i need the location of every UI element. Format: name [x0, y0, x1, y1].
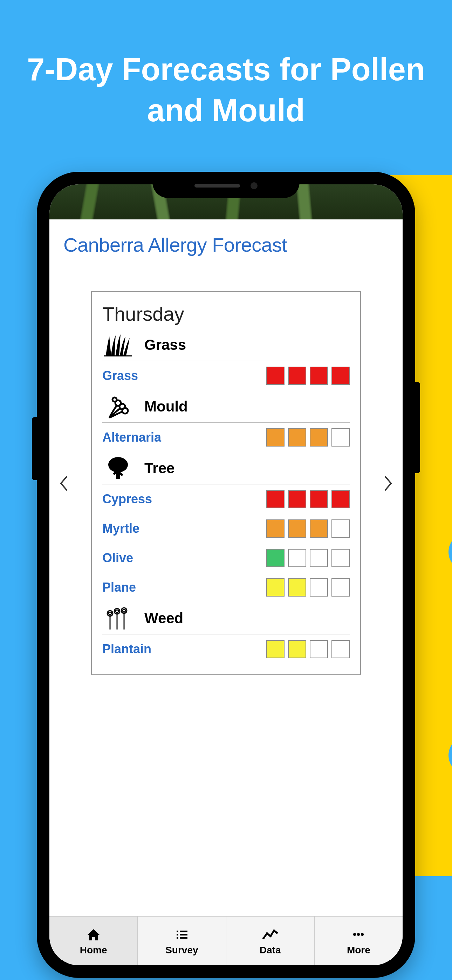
tab-home[interactable]: Home [49, 916, 138, 965]
allergen-row: Plane [102, 573, 350, 602]
svg-point-3 [113, 398, 117, 402]
level-indicator [266, 578, 350, 597]
forecast-card: Thursday GrassGrassMouldAlternariaTreeCy… [91, 291, 361, 675]
day-label: Thursday [102, 302, 350, 325]
level-box [331, 578, 350, 597]
list-icon [175, 926, 189, 942]
tree-icon [102, 455, 134, 481]
svg-point-19 [266, 932, 268, 934]
promo-title: 7-Day Forecasts for Pollen and Mould [0, 49, 452, 131]
svg-rect-14 [177, 934, 178, 935]
svg-point-2 [122, 408, 128, 414]
svg-point-7 [108, 612, 111, 615]
svg-rect-17 [180, 937, 188, 939]
more-icon [351, 926, 366, 942]
tab-label: Data [259, 945, 281, 956]
category-header: Tree [102, 452, 350, 484]
allergen-name[interactable]: Myrtle [102, 521, 140, 536]
level-box [266, 578, 285, 597]
svg-rect-15 [180, 934, 188, 935]
level-indicator [266, 640, 350, 658]
level-box [266, 549, 285, 567]
level-indicator [266, 519, 350, 538]
category-label: Tree [144, 460, 175, 477]
svg-point-22 [276, 932, 278, 934]
tab-survey[interactable]: Survey [138, 916, 226, 965]
level-box [310, 519, 328, 538]
level-box [288, 549, 306, 567]
level-box [310, 640, 328, 658]
level-box [331, 490, 350, 508]
level-indicator [266, 428, 350, 447]
svg-rect-16 [177, 937, 178, 939]
tab-label: More [347, 945, 370, 956]
level-box [310, 490, 328, 508]
category-label: Grass [144, 336, 186, 353]
allergen-row: Plantain [102, 635, 350, 664]
page-title: Canberra Allergy Forecast [64, 234, 388, 256]
svg-point-9 [116, 610, 118, 612]
level-box [266, 490, 285, 508]
level-box [331, 640, 350, 658]
level-indicator [266, 490, 350, 508]
svg-point-24 [357, 933, 360, 936]
level-box [331, 519, 350, 538]
tab-label: Home [80, 945, 107, 956]
level-indicator [266, 549, 350, 567]
level-box [266, 428, 285, 447]
allergen-row: Olive [102, 543, 350, 573]
level-box [288, 490, 306, 508]
weed-icon [102, 605, 134, 631]
level-box [288, 519, 306, 538]
level-box [266, 519, 285, 538]
allergen-row: Cypress [102, 484, 350, 514]
category-header: Weed [102, 602, 350, 635]
tab-data[interactable]: Data [226, 916, 315, 965]
content-area: Canberra Allergy Forecast Thursday Grass… [49, 220, 403, 916]
allergen-name[interactable]: Cypress [102, 492, 152, 506]
allergen-name[interactable]: Grass [102, 368, 138, 383]
svg-point-23 [353, 933, 356, 936]
svg-point-11 [123, 609, 126, 612]
level-box [288, 367, 306, 385]
svg-point-25 [361, 933, 364, 936]
level-box [288, 578, 306, 597]
level-box [310, 428, 328, 447]
level-box [266, 640, 285, 658]
svg-rect-12 [177, 931, 178, 932]
level-box [266, 367, 285, 385]
tab-bar: HomeSurveyDataMore [49, 916, 403, 965]
mould-icon [102, 393, 134, 420]
level-box [331, 367, 350, 385]
level-box [331, 428, 350, 447]
phone-frame: Canberra Allergy Forecast Thursday Grass… [37, 172, 415, 978]
level-box [288, 428, 306, 447]
level-box [310, 578, 328, 597]
phone-screen: Canberra Allergy Forecast Thursday Grass… [49, 185, 403, 965]
grass-icon [102, 332, 134, 358]
phone-notch [153, 172, 299, 198]
allergen-name[interactable]: Olive [102, 550, 133, 565]
allergen-row: Alternaria [102, 423, 350, 452]
level-box [288, 640, 306, 658]
tab-label: Survey [166, 945, 198, 956]
svg-point-20 [269, 935, 272, 937]
next-day-button[interactable] [378, 469, 399, 497]
level-box [310, 549, 328, 567]
level-box [310, 367, 328, 385]
category-label: Weed [144, 610, 183, 627]
allergen-name[interactable]: Alternaria [102, 430, 161, 445]
level-box [331, 549, 350, 567]
chart-icon [262, 926, 278, 942]
category-label: Mould [144, 398, 188, 415]
tab-more[interactable]: More [315, 916, 403, 965]
category-header: Mould [102, 390, 350, 423]
svg-point-18 [263, 937, 264, 939]
category-header: Grass [102, 329, 350, 361]
level-indicator [266, 367, 350, 385]
allergen-name[interactable]: Plantain [102, 642, 151, 657]
home-icon [86, 926, 101, 942]
allergen-row: Myrtle [102, 514, 350, 543]
allergen-name[interactable]: Plane [102, 580, 136, 595]
prev-day-button[interactable] [53, 469, 74, 497]
